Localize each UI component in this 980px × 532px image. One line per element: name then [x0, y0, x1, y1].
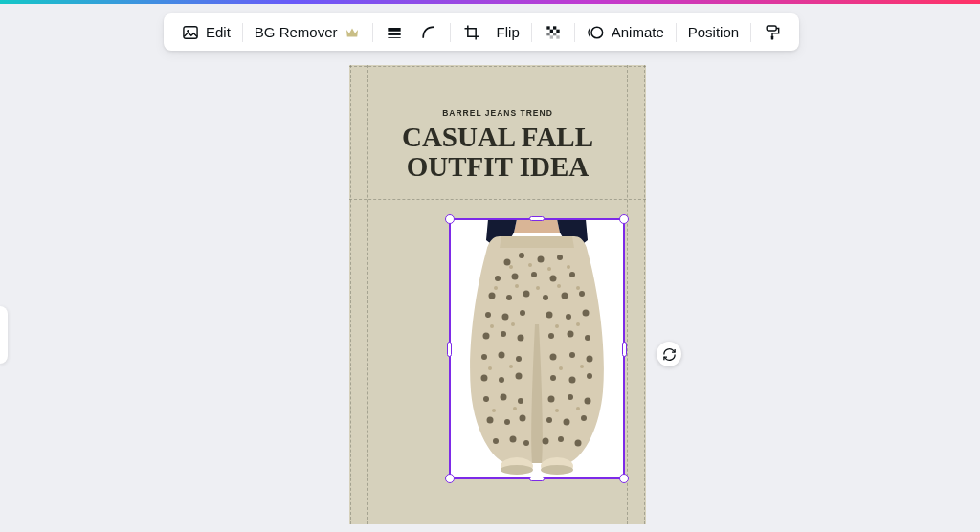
svg-point-89 [488, 366, 492, 370]
heading-line1: CASUAL FALL [349, 122, 646, 152]
guide-mid [349, 199, 646, 200]
border-weight-icon [385, 23, 404, 42]
svg-point-54 [516, 373, 523, 380]
border-weight-button[interactable] [377, 17, 412, 48]
edit-label: Edit [206, 24, 231, 40]
svg-rect-12 [556, 35, 559, 38]
svg-point-72 [523, 440, 529, 446]
svg-point-60 [518, 398, 523, 404]
svg-point-46 [481, 354, 487, 360]
flip-label: Flip [497, 24, 520, 40]
svg-rect-4 [388, 37, 400, 38]
svg-point-55 [550, 375, 556, 381]
svg-point-35 [502, 314, 509, 321]
transparency-button[interactable] [536, 17, 570, 48]
svg-point-48 [516, 356, 522, 362]
svg-point-75 [575, 440, 582, 447]
svg-point-91 [559, 366, 563, 370]
svg-point-32 [562, 293, 568, 299]
svg-point-28 [489, 293, 496, 299]
svg-rect-8 [556, 29, 559, 32]
svg-point-51 [587, 356, 593, 363]
svg-point-43 [548, 333, 554, 339]
toolbar-divider [750, 23, 751, 42]
bg-remover-button[interactable]: BG Remover [247, 18, 368, 47]
svg-point-70 [493, 438, 499, 444]
svg-point-49 [550, 354, 557, 361]
svg-point-38 [566, 314, 571, 320]
subheading-text[interactable]: BARREL JEANS TREND [349, 108, 646, 118]
svg-rect-0 [184, 26, 197, 38]
svg-point-61 [548, 396, 555, 403]
svg-rect-14 [767, 25, 776, 30]
svg-point-78 [547, 267, 551, 271]
svg-rect-10 [553, 33, 556, 35]
svg-point-65 [504, 419, 510, 425]
svg-rect-9 [546, 33, 549, 35]
svg-point-84 [576, 286, 580, 290]
svg-point-58 [483, 396, 489, 402]
svg-point-26 [550, 276, 557, 282]
svg-point-90 [509, 365, 513, 368]
svg-point-40 [483, 333, 490, 340]
svg-point-19 [504, 259, 511, 266]
animate-icon [587, 23, 606, 42]
svg-point-100 [541, 465, 573, 475]
svg-rect-6 [553, 26, 556, 29]
svg-point-95 [555, 409, 559, 412]
toolbar-divider [574, 23, 575, 42]
svg-point-73 [543, 438, 549, 445]
animate-button[interactable]: Animate [579, 17, 672, 48]
svg-point-79 [567, 265, 570, 269]
transparency-icon [544, 23, 563, 42]
crop-button[interactable] [455, 17, 489, 48]
rotate-replace-button[interactable] [657, 342, 681, 366]
svg-point-44 [568, 331, 574, 338]
svg-point-29 [506, 295, 512, 300]
svg-rect-15 [771, 35, 774, 39]
svg-point-68 [564, 419, 570, 426]
svg-point-41 [501, 331, 506, 337]
selected-image[interactable] [450, 219, 624, 478]
svg-point-86 [511, 322, 515, 326]
svg-point-80 [494, 286, 498, 290]
design-canvas[interactable]: BARREL JEANS TREND CASUAL FALL OUTFIT ID… [349, 65, 646, 524]
svg-rect-3 [388, 33, 400, 34]
toolbar-divider [242, 23, 243, 42]
paint-roller-icon [763, 23, 782, 42]
svg-rect-11 [549, 35, 552, 38]
edit-button[interactable]: Edit [173, 17, 238, 48]
crop-icon [462, 23, 481, 42]
position-button[interactable]: Position [680, 18, 746, 46]
corner-rounding-button[interactable] [412, 17, 446, 48]
toolbar-divider [372, 23, 373, 42]
svg-point-87 [555, 324, 559, 328]
svg-point-96 [576, 407, 580, 410]
svg-point-66 [520, 415, 526, 422]
contextual-toolbar: Edit BG Remover Flip [164, 13, 799, 51]
crown-icon [344, 24, 361, 41]
svg-point-25 [531, 272, 537, 277]
svg-point-69 [581, 415, 587, 421]
heading-line2: OUTFIT IDEA [349, 152, 646, 182]
toolbar-divider [531, 23, 532, 42]
more-options-button[interactable] [755, 17, 790, 48]
svg-point-47 [499, 352, 505, 359]
svg-point-31 [543, 295, 548, 300]
svg-point-81 [515, 284, 519, 288]
svg-point-21 [538, 256, 545, 263]
rotate-icon [662, 347, 677, 362]
svg-point-83 [557, 284, 561, 288]
svg-point-23 [495, 276, 501, 281]
svg-point-37 [546, 312, 553, 319]
heading-text[interactable]: CASUAL FALL OUTFIT IDEA [349, 122, 646, 183]
svg-point-22 [557, 255, 563, 260]
svg-point-82 [536, 286, 540, 290]
svg-point-45 [585, 335, 590, 341]
svg-point-39 [583, 310, 590, 317]
svg-point-71 [510, 436, 517, 443]
left-peek-panel[interactable] [0, 306, 8, 364]
svg-point-36 [520, 310, 525, 316]
svg-point-74 [558, 436, 564, 442]
flip-button[interactable]: Flip [489, 18, 527, 46]
